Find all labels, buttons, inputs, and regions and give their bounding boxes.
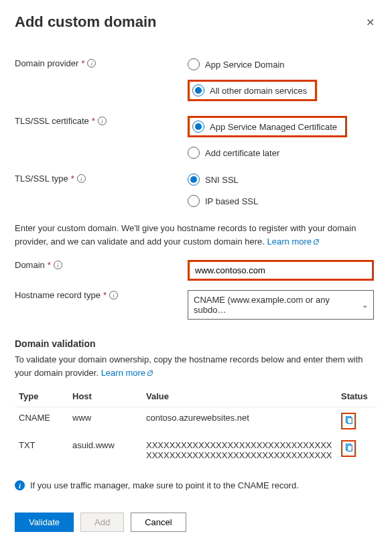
hostname-records-table: Type Host Value Status CNAME www contoso… <box>15 386 377 466</box>
domain-input[interactable] <box>188 260 374 281</box>
radio-icon <box>188 147 200 159</box>
domain-label: Domain * i <box>15 260 188 270</box>
validate-button[interactable]: Validate <box>15 513 74 532</box>
copy-icon[interactable] <box>344 415 353 427</box>
domain-validation-desc: To validate your domain ownership, copy … <box>15 353 377 379</box>
info-icon[interactable]: i <box>54 261 62 269</box>
cancel-button[interactable]: Cancel <box>131 513 186 532</box>
learn-more-link[interactable]: Learn more <box>267 236 320 247</box>
info-icon[interactable]: i <box>109 291 118 299</box>
radio-icon <box>188 195 200 207</box>
info-icon[interactable]: i <box>87 59 96 68</box>
page-title: Add custom domain <box>15 13 156 31</box>
th-type: Type <box>15 386 68 407</box>
th-value: Value <box>142 386 337 407</box>
table-row: TXT asuid.www XXXXXXXXXXXXXXXXXXXXXXXXXX… <box>15 435 377 466</box>
radio-icon <box>192 121 204 133</box>
info-icon[interactable]: i <box>98 117 107 125</box>
radio-app-service-domain[interactable]: App Service Domain <box>188 58 317 70</box>
th-host: Host <box>68 386 142 407</box>
radio-sni-ssl[interactable]: SNI SSL <box>188 174 258 186</box>
radio-all-other-domains[interactable]: All other domain services <box>192 84 307 96</box>
hostname-record-type-select[interactable]: CNAME (www.example.com or any subdo… ⌄ <box>188 290 374 320</box>
svg-rect-1 <box>347 418 352 424</box>
table-row: CNAME www contoso.azurewebsites.net <box>15 407 377 435</box>
info-icon[interactable]: i <box>77 174 86 183</box>
custom-domain-description: Enter your custom domain. We'll give you… <box>15 222 377 248</box>
tls-type-label: TLS/SSL type * i <box>15 174 188 184</box>
hostname-record-type-label: Hostname record type * i <box>15 290 188 300</box>
chevron-down-icon: ⌄ <box>362 301 368 310</box>
tls-cert-label: TLS/SSL certificate * i <box>15 116 188 126</box>
copy-icon[interactable] <box>344 443 353 454</box>
radio-ip-based-ssl[interactable]: IP based SSL <box>188 195 258 207</box>
radio-icon <box>188 58 200 70</box>
radio-app-service-managed-cert[interactable]: App Service Managed Certificate <box>192 121 337 133</box>
svg-rect-3 <box>347 446 352 452</box>
external-link-icon <box>313 236 320 243</box>
domain-validation-heading: Domain validation <box>15 338 377 349</box>
radio-add-cert-later[interactable]: Add certificate later <box>188 147 347 159</box>
close-icon[interactable]: ✕ <box>363 13 377 31</box>
traffic-manager-note: i If you use traffic manager, make sure … <box>15 480 377 490</box>
add-button[interactable]: Add <box>80 513 124 532</box>
radio-icon <box>188 174 200 186</box>
radio-icon <box>192 84 204 96</box>
th-status: Status <box>337 386 377 407</box>
external-link-icon <box>147 367 153 374</box>
domain-provider-label: Domain provider * i <box>15 58 188 68</box>
learn-more-link[interactable]: Learn more <box>101 368 153 378</box>
info-icon: i <box>15 480 25 490</box>
